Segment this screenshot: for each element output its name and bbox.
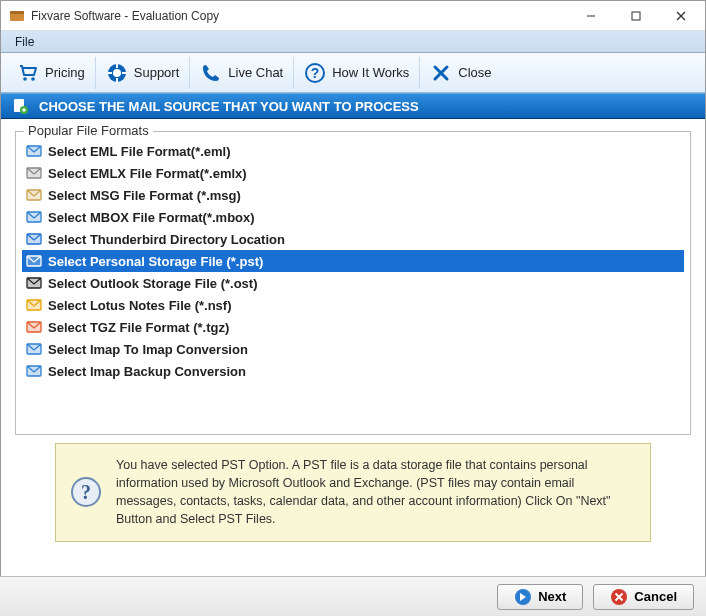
svg-point-7 <box>31 77 35 81</box>
svg-point-6 <box>23 77 27 81</box>
format-item-label: Select TGZ File Format (*.tgz) <box>48 320 229 335</box>
format-item-label: Select MSG File Format (*.msg) <box>48 188 241 203</box>
format-item-label: Select Thunderbird Directory Location <box>48 232 285 247</box>
formats-legend: Popular File Formats <box>24 123 153 138</box>
format-item[interactable]: Select MBOX File Format(*.mbox) <box>22 206 684 228</box>
menubar: File <box>1 31 705 53</box>
format-item-label: Select Personal Storage File (*.pst) <box>48 254 263 269</box>
format-item-label: Select Outlook Storage File (*.ost) <box>48 276 257 291</box>
mail-format-icon <box>26 363 42 379</box>
toolbar-item-label: How It Works <box>332 65 409 80</box>
format-item-label: Select Imap Backup Conversion <box>48 364 246 379</box>
close-x-icon <box>430 62 452 84</box>
format-item[interactable]: Select Outlook Storage File (*.ost) <box>22 272 684 294</box>
mail-format-icon <box>26 275 42 291</box>
format-item-label: Select Lotus Notes File (*.nsf) <box>48 298 231 313</box>
maximize-button[interactable] <box>613 2 658 30</box>
app-icon <box>9 8 25 24</box>
format-item[interactable]: Select EML File Format(*.eml) <box>22 140 684 162</box>
format-list: Select EML File Format(*.eml)Select EMLX… <box>22 140 684 382</box>
support-icon <box>106 62 128 84</box>
footer-bar: Next Cancel <box>0 576 706 616</box>
format-item-label: Select EMLX File Format(*.emlx) <box>48 166 247 181</box>
format-item[interactable]: Select Personal Storage File (*.pst) <box>22 250 684 272</box>
next-button[interactable]: Next <box>497 584 583 610</box>
content-area: Popular File Formats Select EML File For… <box>1 119 705 552</box>
toolbar-item-label: Live Chat <box>228 65 283 80</box>
svg-rect-10 <box>116 63 118 68</box>
toolbar-close[interactable]: Close <box>420 57 501 89</box>
mail-format-icon <box>26 253 42 269</box>
svg-point-9 <box>113 69 121 77</box>
toolbar-item-label: Pricing <box>45 65 85 80</box>
page-add-icon <box>11 97 29 115</box>
svg-rect-3 <box>632 12 640 20</box>
toolbar-live-chat[interactable]: Live Chat <box>190 57 294 89</box>
info-text: You have selected PST Option. A PST file… <box>116 456 636 529</box>
format-item-label: Select EML File Format(*.eml) <box>48 144 231 159</box>
format-item[interactable]: Select Thunderbird Directory Location <box>22 228 684 250</box>
format-item[interactable]: Select MSG File Format (*.msg) <box>22 184 684 206</box>
mail-format-icon <box>26 143 42 159</box>
mail-format-icon <box>26 341 42 357</box>
toolbar: PricingSupportLive Chat?How It WorksClos… <box>1 53 705 93</box>
close-button[interactable] <box>658 2 703 30</box>
format-item[interactable]: Select EMLX File Format(*.emlx) <box>22 162 684 184</box>
minimize-button[interactable] <box>568 2 613 30</box>
question-icon: ? <box>304 62 326 84</box>
next-arrow-icon <box>514 588 532 606</box>
svg-rect-1 <box>10 11 24 14</box>
toolbar-how-it-works[interactable]: ?How It Works <box>294 57 420 89</box>
format-item[interactable]: Select Imap Backup Conversion <box>22 360 684 382</box>
toolbar-support[interactable]: Support <box>96 57 191 89</box>
format-item[interactable]: Select TGZ File Format (*.tgz) <box>22 316 684 338</box>
info-box: ? You have selected PST Option. A PST fi… <box>55 443 651 542</box>
mail-format-icon <box>26 297 42 313</box>
mail-format-icon <box>26 187 42 203</box>
section-header-text: CHOOSE THE MAIL SOURCE THAT YOU WANT TO … <box>39 99 419 114</box>
next-button-label: Next <box>538 589 566 604</box>
titlebar: Fixvare Software - Evaluation Copy <box>1 1 705 31</box>
formats-fieldset: Popular File Formats Select EML File For… <box>15 131 691 435</box>
info-question-icon: ? <box>70 476 102 508</box>
window-title: Fixvare Software - Evaluation Copy <box>31 9 568 23</box>
menu-file[interactable]: File <box>7 33 42 51</box>
mail-format-icon <box>26 209 42 225</box>
format-item-label: Select MBOX File Format(*.mbox) <box>48 210 255 225</box>
cancel-stop-icon <box>610 588 628 606</box>
toolbar-pricing[interactable]: Pricing <box>7 57 96 89</box>
window-controls <box>568 2 703 30</box>
svg-rect-11 <box>116 78 118 83</box>
svg-rect-12 <box>107 72 112 74</box>
svg-rect-13 <box>122 72 127 74</box>
mail-format-icon <box>26 231 42 247</box>
toolbar-item-label: Support <box>134 65 180 80</box>
toolbar-item-label: Close <box>458 65 491 80</box>
format-item-label: Select Imap To Imap Conversion <box>48 342 248 357</box>
svg-text:?: ? <box>311 65 320 81</box>
format-item[interactable]: Select Lotus Notes File (*.nsf) <box>22 294 684 316</box>
cancel-button[interactable]: Cancel <box>593 584 694 610</box>
mail-format-icon <box>26 165 42 181</box>
cart-icon <box>17 62 39 84</box>
section-header: CHOOSE THE MAIL SOURCE THAT YOU WANT TO … <box>1 93 705 119</box>
cancel-button-label: Cancel <box>634 589 677 604</box>
svg-text:?: ? <box>81 481 91 503</box>
phone-icon <box>200 62 222 84</box>
format-item[interactable]: Select Imap To Imap Conversion <box>22 338 684 360</box>
mail-format-icon <box>26 319 42 335</box>
